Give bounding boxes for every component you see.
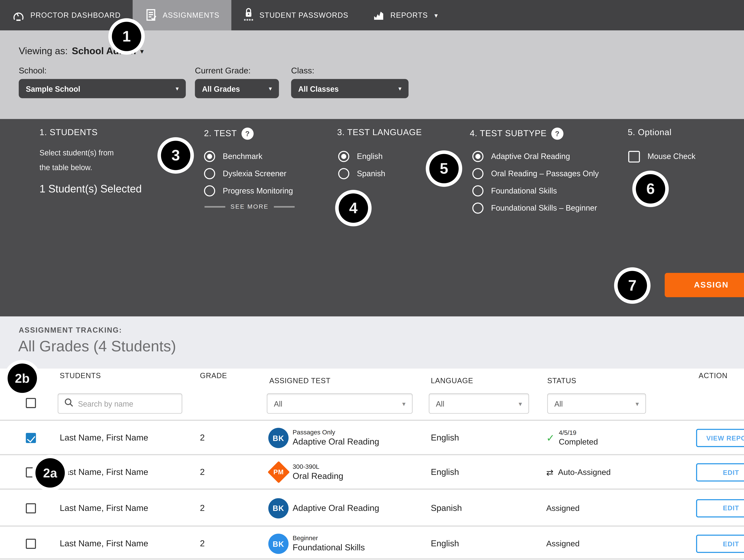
students-selected-count: 1 Student(s) Selected (39, 183, 142, 195)
radio-icon (472, 151, 483, 162)
search-placeholder: Search by name (78, 399, 133, 408)
test-subtitle: Passages Only (293, 429, 379, 436)
school-dropdown[interactable]: Sample School (19, 79, 186, 98)
benchmark-badge: BK (268, 498, 289, 518)
nav-tab-assignments[interactable]: ASSIGNMENTS (133, 0, 231, 30)
language-value: English (431, 539, 459, 549)
search-icon (64, 398, 73, 409)
password-stars: **** (244, 18, 254, 23)
view-report-button[interactable]: VIEW REPORT (696, 429, 744, 447)
class-dropdown[interactable]: All Classes (291, 79, 408, 98)
class-dropdown-value: All Classes (298, 84, 339, 93)
grade-value: 2 (200, 467, 205, 477)
nav-tab-student-passwords[interactable]: **** STUDENT PASSWORDS (231, 0, 360, 30)
status-label: Assigned (546, 503, 580, 513)
assigned-test-cell: Passages Only Adaptive Oral Reading (293, 429, 379, 447)
row-checkbox[interactable] (26, 539, 36, 549)
radio-dyslexia-screener[interactable]: Dyslexia Screener (204, 165, 293, 182)
annotation-callout-4: 4 (335, 190, 372, 226)
student-name: Last Name, First Name (60, 503, 148, 513)
test-options: Benchmark Dyslexia Screener Progress Mon… (204, 148, 293, 199)
search-input[interactable]: Search by name (58, 394, 182, 414)
tracking-summary: All Grades (4 Students) (18, 338, 176, 355)
assigned-test-filter-dropdown[interactable]: All (267, 394, 413, 414)
language-value: English (431, 467, 459, 477)
progress-monitoring-badge: PM (267, 461, 290, 483)
language-value: English (431, 433, 459, 443)
see-more-link[interactable]: SEE MORE (204, 203, 295, 210)
annotation-callout-3: 3 (157, 137, 194, 174)
row-checkbox[interactable] (26, 433, 36, 443)
select-all-checkbox[interactable] (26, 398, 36, 408)
assignment-tracking-band: ASSIGNMENT TRACKING: All Grades (4 Stude… (0, 316, 744, 369)
nav-tab-reports[interactable]: REPORTS (361, 0, 450, 30)
test-name: Adaptive Oral Reading (293, 503, 379, 513)
edit-button[interactable]: EDIT (696, 463, 744, 481)
col-header-assigned-test: ASSIGNED TEST (269, 377, 331, 385)
radio-icon (472, 168, 483, 179)
proctor-assignments-page: PROCTOR DASHBOARD ASSIGNMENTS (0, 0, 744, 560)
radio-english[interactable]: English (338, 148, 385, 165)
chevron-down-icon (269, 85, 272, 92)
student-name: Last Name, First Name (60, 539, 148, 549)
grade-dropdown[interactable]: All Grades (195, 79, 279, 98)
mouse-check-checkbox[interactable]: Mouse Check (628, 148, 696, 165)
radio-icon (204, 151, 215, 162)
table-row: Last Name, First Name 2 BK Beginner Foun… (0, 525, 744, 560)
language-filter-dropdown[interactable]: All (429, 394, 529, 414)
step-students-title: 1. STUDENTS (39, 127, 98, 138)
gauge-icon (12, 9, 25, 22)
radio-foundational-skills[interactable]: Foundational Skills (472, 182, 599, 199)
col-header-grade: GRADE (200, 372, 227, 380)
status-label: Auto-Assigned (558, 468, 611, 477)
grade-value: 2 (200, 433, 205, 443)
radio-adaptive-oral-reading[interactable]: Adaptive Oral Reading (472, 148, 599, 165)
table-row: Last Name, First Name 2 BK Passages Only… (0, 420, 744, 455)
help-icon[interactable]: ? (241, 127, 254, 140)
assignment-tracking-table: STUDENTS GRADE ASSIGNED TEST LANGUAGE ST… (0, 369, 744, 560)
annotation-callout-5: 5 (426, 150, 462, 187)
grade-value: 2 (200, 539, 205, 549)
radio-spanish[interactable]: Spanish (338, 165, 385, 182)
radio-benchmark[interactable]: Benchmark (204, 148, 293, 165)
assigned-test-cell: Beginner Foundational Skills (293, 535, 365, 553)
assign-button[interactable]: ASSIGN (665, 273, 744, 297)
status-cell: Assigned (546, 503, 580, 513)
radio-oral-reading-passages-only[interactable]: Oral Reading – Passages Only (472, 165, 599, 182)
radio-foundational-skills-beginner[interactable]: Foundational Skills – Beginner (472, 199, 599, 217)
students-hint: Select student(s) from the table below. (39, 145, 114, 175)
step-optional-title: 5. Optional (628, 127, 672, 138)
col-header-students: STUDENTS (60, 372, 101, 380)
step-subtype-title: 4. TEST SUBTYPE ? (470, 127, 563, 140)
nav-tab-label: STUDENT PASSWORDS (260, 11, 348, 19)
viewing-as-label: Viewing as: (19, 45, 68, 57)
nav-tab-label: ASSIGNMENTS (163, 11, 220, 19)
clipboard-check-icon (145, 9, 157, 22)
annotation-callout-7: 7 (614, 267, 650, 304)
annotation-callout-6: 6 (632, 171, 669, 207)
table-row: Last Name, First Name 2 PM 300-390L Oral… (0, 454, 744, 490)
chevron-down-icon (635, 400, 639, 407)
test-subtitle: 300-390L (293, 463, 343, 471)
divider (204, 206, 225, 207)
grade-filter-label: Current Grade: (195, 66, 251, 75)
edit-button[interactable]: EDIT (696, 499, 744, 517)
checkbox-icon (628, 151, 640, 162)
divider (0, 559, 744, 560)
table-row: Last Name, First Name 2 BK Adaptive Oral… (0, 489, 744, 526)
test-name: Foundational Skills (293, 543, 365, 553)
row-checkbox[interactable] (26, 503, 36, 513)
col-header-status: STATUS (547, 377, 576, 385)
status-cell: ✓ 4/5/19 Completed (546, 430, 598, 447)
chevron-down-icon (519, 400, 522, 407)
help-icon[interactable]: ? (551, 127, 563, 140)
assigned-test-cell: Adaptive Oral Reading (293, 503, 379, 513)
step-language-title: 3. TEST LANGUAGE (337, 127, 422, 138)
assigned-test-cell: 300-390L Oral Reading (293, 463, 343, 481)
school-dropdown-value: Sample School (26, 84, 80, 93)
status-filter-dropdown[interactable]: All (547, 394, 646, 414)
test-subtitle: Beginner (293, 535, 365, 542)
status-cell: ⇄ Auto-Assigned (546, 467, 611, 477)
edit-button[interactable]: EDIT (696, 535, 744, 553)
radio-progress-monitoring[interactable]: Progress Monitoring (204, 182, 293, 199)
